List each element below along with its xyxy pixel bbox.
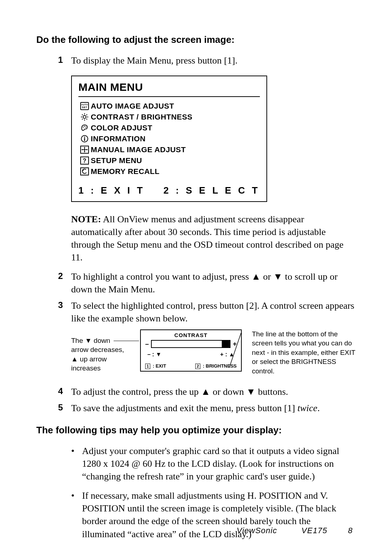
brightness-icon [78, 113, 91, 121]
svg-point-16 [84, 137, 85, 138]
svg-point-12 [83, 126, 84, 127]
tips-heading: The following tips may help you optimize… [36, 424, 356, 437]
footer-brand: ViewSonic [237, 526, 277, 535]
menu-item: COLOR ADJUST [78, 122, 260, 133]
step-text: To select the highlighted control, press… [71, 299, 356, 325]
bullet-icon: • [71, 445, 82, 483]
menu-item-label: SETUP MENU [91, 155, 142, 166]
steps-heading: Do the following to adjust the screen im… [36, 33, 356, 46]
autoset-icon: AUTOSET [78, 102, 91, 110]
svg-point-14 [86, 126, 87, 127]
step-text: To highlight a control you want to adjus… [71, 270, 356, 296]
svg-text:AUTO: AUTO [81, 104, 88, 106]
step-number: 1 [58, 54, 71, 67]
note-text: All OnView menus and adjustment screens … [71, 214, 343, 263]
palette-icon [78, 124, 91, 132]
down-arrow-icon: ▼ [273, 271, 283, 282]
step-4: 4 To adjust the control, press the up ▲ … [58, 385, 356, 398]
note-block: NOTE: All OnView menus and adjustment sc… [71, 213, 356, 264]
step-5: 5 To save the adjustments and exit the m… [58, 402, 356, 414]
contrast-box: CONTRAST – + – : ▼ + : ▲ 1 : EXIT 2 : BR… [140, 329, 242, 372]
svg-line-29 [229, 333, 241, 367]
menu-item: CONTRAST / BRIGHTNESS [78, 112, 260, 122]
minus-label: – [145, 340, 149, 348]
step-text: To save the adjustments and exit the men… [71, 402, 356, 414]
menu-divider [78, 96, 260, 97]
contrast-left-caption: The ▼ down arrow decreases, ▲ up arrow i… [71, 329, 140, 373]
menu-item-label: MANUAL IMAGE ADJUST [91, 145, 186, 155]
step-number: 5 [58, 402, 71, 414]
menu-item: AUTOSET AUTO IMAGE ADJUST [78, 101, 260, 112]
svg-marker-21 [84, 147, 85, 148]
svg-point-13 [84, 126, 85, 127]
step-2: 2 To highlight a control you want to adj… [58, 270, 356, 296]
step-3: 3 To select the highlighted control, pre… [58, 299, 356, 325]
svg-marker-23 [81, 149, 82, 150]
menu-item: INFORMATION [78, 133, 260, 144]
menu-item-label: MEMORY RECALL [91, 166, 160, 177]
footer-page: 8 [348, 526, 353, 535]
svg-rect-17 [84, 138, 85, 141]
menu-item: ? SETUP MENU [78, 155, 260, 166]
step-number: 4 [58, 385, 71, 398]
move-icon [78, 146, 91, 154]
step-1: 1 To display the Main Menu, press button… [58, 54, 356, 67]
svg-marker-22 [84, 151, 85, 153]
main-menu-title: MAIN MENU [78, 80, 260, 95]
up-arrow-icon: ▲ [251, 271, 261, 282]
up-arrow-icon: ▲ [201, 386, 211, 397]
menu-item-label: COLOR ADJUST [91, 123, 152, 133]
step-text: To display the Main Menu, press button [… [71, 54, 356, 67]
contrast-title: CONTRAST [141, 332, 241, 339]
step-number: 3 [58, 299, 71, 325]
svg-line-9 [86, 119, 87, 119]
help-icon: ? [78, 157, 91, 165]
info-icon [78, 135, 91, 143]
step-text: To adjust the control, press the up ▲ or… [71, 385, 356, 398]
page-footer: ViewSonic VE175 8 [0, 526, 392, 535]
step-number: 2 [58, 270, 71, 296]
footer-model: VE175 [302, 526, 327, 535]
contrast-foot-exit: 1 : EXIT [145, 363, 166, 369]
tip-item: • Adjust your computer's graphic card so… [71, 445, 356, 483]
menu-item: MANUAL IMAGE ADJUST [78, 144, 260, 155]
svg-point-3 [83, 116, 86, 118]
recall-icon [78, 167, 91, 175]
svg-line-8 [82, 114, 83, 115]
main-menu-box: MAIN MENU AUTOSET AUTO IMAGE ADJUST CONT… [71, 76, 267, 202]
svg-text:SET: SET [82, 106, 87, 109]
menu-item-label: AUTO IMAGE ADJUST [91, 101, 174, 111]
svg-line-11 [86, 114, 87, 115]
menu-item-label: CONTRAST / BRIGHTNESS [91, 112, 192, 122]
note-label: NOTE: [71, 214, 101, 224]
menu-item: MEMORY RECALL [78, 166, 260, 177]
svg-marker-24 [87, 149, 88, 150]
contrast-bar [151, 340, 230, 348]
menu-item-label: INFORMATION [91, 134, 146, 144]
tip-text: Adjust your computer's graphic card so t… [82, 445, 356, 483]
hint-minus: – : ▼ [147, 351, 162, 358]
contrast-right-caption: The line at the bottom of the screen tel… [242, 329, 356, 376]
svg-text:?: ? [83, 158, 86, 164]
down-arrow-icon: ▼ [246, 386, 256, 397]
menu-foot-exit: 1 : E X I T [78, 184, 145, 197]
menu-foot-select: 2 : S E L E C T [163, 184, 260, 197]
svg-line-10 [82, 119, 83, 119]
